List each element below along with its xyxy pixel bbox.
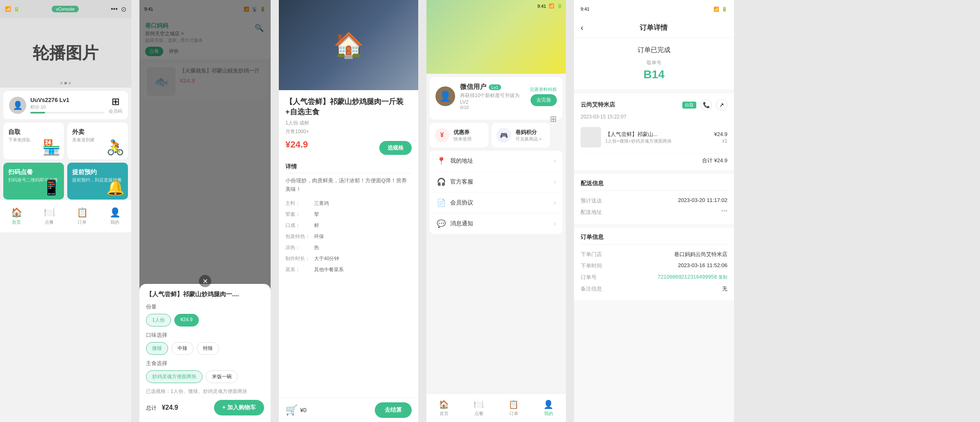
modal-product-title: 【人气尝鲜】祁蒙山炒鸡腿肉一.... [146,290,264,298]
qr-icon-profile[interactable]: ⊞ [550,114,557,124]
time-5: 9:41 [581,7,589,11]
order-status-text: 订单已完成 [581,46,727,54]
screen-menu: 9:41 📶 📡 🔋 巷口妈妈 郑州天空之城店 > 超级充值、道家...秀方式服… [139,0,271,422]
main-rice[interactable]: 米饭一碗 [206,370,238,383]
user-score: 积分:10 [30,104,105,110]
menu-agreement[interactable]: 📄 会员协议 › [430,193,563,213]
nav4-home-icon: 🏠 [439,399,449,409]
dot-3[interactable] [68,82,71,84]
nav-mine[interactable]: 👤 我的 [98,207,131,225]
profile-level: Lv1 [489,84,501,90]
product-sales: 月售1000+ [285,128,412,135]
order-status-section: 订单已完成 取单号 B14 [574,38,734,89]
profile-menu: 📍 我的地址 › 🎧 官方客服 › 📄 会员协议 › 💬 消息通知 › [430,151,563,234]
service-img-scan: 📱 [42,179,61,196]
detail-title: 详情 [285,163,412,173]
modal-overlay[interactable]: ✕ 【人气尝鲜】祁蒙山炒鸡腿肉一.... 份量 1人份 ¥24.9 口味选择 微… [139,0,271,422]
menu-notification[interactable]: 💬 消息通知 › [430,213,563,234]
nav4-home[interactable]: 🏠 首页 [426,399,461,417]
user-avatar: 👤 [9,97,26,114]
close-modal-button[interactable]: ✕ [199,275,211,287]
value-time: 大于40分钟 [314,253,412,264]
info-val-store: 巷口妈妈云尚艾特米店 [674,251,727,258]
complete-button[interactable]: 去完善 [531,94,557,106]
qr-icon[interactable]: ⊞ [112,96,120,107]
info-label-time: 下单时间 [581,262,602,270]
nav4-order[interactable]: 🍽️ 点餐 [461,399,496,417]
score-bar [30,112,105,113]
table-row: 菜系： 其他中餐菜系 [285,264,412,275]
info-label-store: 下单门店 [581,251,602,258]
user-name: UuVs2276 Lv1 [30,97,105,103]
main-label: 主食选择 [146,360,264,367]
cart-area-3: 🛒 ¥0 [285,404,371,416]
nav4-order-label: 点餐 [474,411,483,417]
nav-order[interactable]: 🍽️ 点餐 [33,207,66,225]
dot-2[interactable] [64,82,67,84]
bottom-nav-1: 🏠 首页 🍽️ 点餐 📋 订单 👤 我的 [0,200,131,232]
product-detail: 详情 小份现炒，肉质鲜美，汤汁浓郁！方便面Q弹！营养美味！ 主料： 三黄鸡 荤素… [285,163,412,275]
total-price: ¥24.9 [162,404,178,411]
main-noodle[interactable]: 炒鸡灵魂方便面两块 [146,370,203,383]
banner-title: 轮播图片 [33,42,98,64]
signal-4: 📶 [549,3,554,9]
service-img-ziqv: 🏪 [42,139,61,156]
cart-icon-3[interactable]: 🛒 [285,404,298,416]
dot-1[interactable] [60,82,63,84]
benefit-coupon[interactable]: ¥ 优惠券 快来使用 [430,123,488,147]
selected-summary: 已选规格：1人份、微辣、炒鸡灵魂方便面两块 [146,388,264,395]
info-label-orderid: 订单号 [581,274,597,281]
nav-home[interactable]: 🏠 首页 [0,207,33,225]
banner-area: 轮播图片 [0,18,131,88]
label-main: 主料： [285,198,314,209]
taste-mild[interactable]: 微辣 [146,342,168,355]
nav-orders-label: 订单 [77,219,87,225]
back-button[interactable]: ‹ [581,23,583,32]
coupon-icon: ¥ [435,128,449,143]
user-info: UuVs2276 Lv1 积分:10 [30,97,105,113]
benefit-points[interactable]: 🎮 巷妈积分 可兑换商品 > [492,123,550,147]
checkout-btn-3[interactable]: 去结算 [375,402,412,418]
qty-option-1[interactable]: 1人份 [146,314,171,327]
service-scan[interactable]: 扫码点餐 扫码座号二维码即可点餐 📱 [3,163,64,200]
service-book[interactable]: 提前预约 提前预约，到店直接就餐 🔔 [67,163,128,200]
info-val-note: 无 [722,285,727,293]
order-detail-title: 订单详情 [588,23,719,32]
member-label: 会员码 [109,108,122,114]
nav-order-label: 点餐 [45,219,54,225]
select-spec-button[interactable]: 选规格 [379,141,412,155]
taste-medium[interactable]: 中辣 [171,342,194,355]
service-ziqv[interactable]: 自取 下单免排队 🏪 [3,123,64,159]
add-to-cart-button[interactable]: + 加入购物车 [214,400,264,415]
taste-hot[interactable]: 特辣 [197,342,219,355]
label-taste: 口感： [285,220,314,231]
service-icon: 🎧 [436,177,446,186]
product-desc: 小份现炒，肉质鲜美，汤汁浓郁！方便面Q弹！营养美味！ [285,177,412,194]
service-label: 官方客服 [450,178,550,186]
qty-price-option[interactable]: ¥24.9 [174,314,199,327]
target-icon[interactable]: ⊙ [121,5,126,13]
order-info-title: 订单信息 [581,234,727,245]
copy-button[interactable]: 复制 [718,275,727,279]
service-waimai[interactable]: 外卖 美食送到家 🚴 [67,123,128,159]
order-info-section: 订单信息 下单门店 巷口妈妈云尚艾特米店 下单时间 2023-03-16 11:… [574,228,734,300]
phone-icon[interactable]: 📞 [700,99,712,111]
arrow-icon-2: › [554,178,556,186]
vconsole-button[interactable]: vConsole [52,6,79,12]
more-icon[interactable]: ••• [111,5,118,13]
qty-options: 1人份 ¥24.9 [146,314,264,327]
delivery-val-1: 2023-03-20 11:17:02 [678,197,727,204]
nav-orders[interactable]: 📋 订单 [66,207,98,225]
share-icon[interactable]: ↗ [716,99,727,111]
menu-address[interactable]: 📍 我的地址 › [430,151,563,172]
coupon-sub: 快来使用 [454,136,472,142]
complete-label: 完善资料特权 [530,86,557,93]
notification-label: 消息通知 [450,220,550,227]
table-row: 凉热： 热 [285,242,412,253]
qr-section[interactable]: ⊞ 会员码 [109,96,122,114]
nav4-orders[interactable]: 📋 订单 [496,399,531,417]
service-grid: 自取 下单免排队 🏪 外卖 美食送到家 🚴 扫码点餐 扫码座号二维码即可点餐 📱… [3,123,128,200]
cart-price-3: ¥0 [300,407,307,413]
nav4-mine[interactable]: 👤 我的 [531,399,566,417]
menu-service[interactable]: 🎧 官方客服 › [430,172,563,193]
